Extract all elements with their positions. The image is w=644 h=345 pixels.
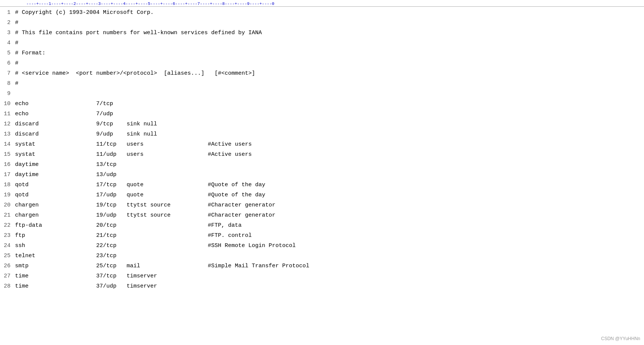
line-content: # — [15, 18, 644, 28]
line-number: 2 — [0, 18, 15, 28]
line-number: 17 — [0, 170, 15, 180]
line-content: # Format: — [15, 48, 644, 58]
line-content: ftp 21/tcp #FTP. control — [15, 231, 644, 241]
code-line: 1# Copyright (c) 1993-2004 Microsoft Cor… — [0, 8, 644, 18]
line-content: systat 11/tcp users #Active users — [15, 139, 644, 149]
line-content: qotd 17/tcp quote #Quote of the day — [15, 180, 644, 190]
line-number: 19 — [0, 190, 15, 200]
line-content: chargen 19/tcp ttytst source #Character … — [15, 200, 644, 210]
code-line: 12discard 9/tcp sink null — [0, 119, 644, 129]
line-number: 11 — [0, 109, 15, 119]
code-line: 7# <service name> <port number>/<protoco… — [0, 68, 644, 78]
line-content: # This file contains port numbers for we… — [15, 28, 644, 38]
line-content: time 37/udp timserver — [15, 281, 644, 291]
line-content: ftp-data 20/tcp #FTP, data — [15, 220, 644, 231]
line-content: # <service name> <port number>/<protocol… — [15, 68, 644, 78]
code-line: 28time 37/udp timserver — [0, 281, 644, 291]
watermark: CSDN @YYuHHNn — [601, 336, 640, 341]
line-content: ssh 22/tcp #SSH Remote Login Protocol — [15, 241, 644, 251]
line-content: discard 9/tcp sink null — [15, 119, 644, 129]
line-number: 21 — [0, 210, 15, 220]
line-number: 23 — [0, 231, 15, 241]
code-line: 11echo 7/udp — [0, 109, 644, 119]
line-content: # — [15, 58, 644, 68]
line-content: daytime 13/tcp — [15, 160, 644, 170]
main-container: ----+----1----+----2----+----3----+----4… — [0, 0, 644, 345]
code-line: 18qotd 17/tcp quote #Quote of the day — [0, 180, 644, 190]
line-number: 5 — [0, 48, 15, 58]
line-content: time 37/tcp timserver — [15, 271, 644, 281]
line-content: echo 7/tcp — [15, 99, 644, 109]
line-number: 16 — [0, 160, 15, 170]
code-line: 3# This file contains port numbers for w… — [0, 28, 644, 38]
code-line: 23ftp 21/tcp #FTP. control — [0, 231, 644, 241]
code-line: 6# — [0, 58, 644, 68]
code-line: 15systat 11/udp users #Active users — [0, 149, 644, 160]
code-line: 25telnet 23/tcp — [0, 251, 644, 261]
line-number: 26 — [0, 261, 15, 271]
line-content: smtp 25/tcp mail #Simple Mail Transfer P… — [15, 261, 644, 271]
code-line: 2# — [0, 18, 644, 28]
code-area: 1# Copyright (c) 1993-2004 Microsoft Cor… — [0, 7, 644, 291]
line-content: systat 11/udp users #Active users — [15, 149, 644, 160]
code-line: 24ssh 22/tcp #SSH Remote Login Protocol — [0, 241, 644, 251]
code-line: 19qotd 17/udp quote #Quote of the day — [0, 190, 644, 200]
line-number: 9 — [0, 89, 15, 99]
code-line: 26smtp 25/tcp mail #Simple Mail Transfer… — [0, 261, 644, 271]
line-content: # — [15, 78, 644, 89]
line-content: # — [15, 38, 644, 48]
code-line: 10echo 7/tcp — [0, 99, 644, 109]
line-content: echo 7/udp — [15, 109, 644, 119]
line-content: discard 9/udp sink null — [15, 129, 644, 139]
line-number: 22 — [0, 220, 15, 231]
line-number: 24 — [0, 241, 15, 251]
line-number: 28 — [0, 281, 15, 291]
line-number: 27 — [0, 271, 15, 281]
line-number: 14 — [0, 139, 15, 149]
line-number: 25 — [0, 251, 15, 261]
code-line: 5# Format: — [0, 48, 644, 58]
ruler-text: ----+----1----+----2----+----3----+----4… — [0, 2, 274, 6]
code-line: 27time 37/tcp timserver — [0, 271, 644, 281]
code-line: 17daytime 13/udp — [0, 170, 644, 180]
code-line: 21chargen 19/udp ttytst source #Characte… — [0, 210, 644, 220]
line-content: qotd 17/udp quote #Quote of the day — [15, 190, 644, 200]
line-content: daytime 13/udp — [15, 170, 644, 180]
code-line: 22ftp-data 20/tcp #FTP, data — [0, 220, 644, 231]
line-number: 18 — [0, 180, 15, 190]
line-number: 4 — [0, 38, 15, 48]
code-line: 4# — [0, 38, 644, 48]
line-number: 7 — [0, 68, 15, 78]
code-line: 20chargen 19/tcp ttytst source #Characte… — [0, 200, 644, 210]
code-line: 9 — [0, 89, 644, 99]
code-line: 16daytime 13/tcp — [0, 160, 644, 170]
line-content: # Copyright (c) 1993-2004 Microsoft Corp… — [15, 8, 644, 18]
line-number: 3 — [0, 28, 15, 38]
line-number: 15 — [0, 149, 15, 160]
code-line: 14systat 11/tcp users #Active users — [0, 139, 644, 149]
code-line: 8# — [0, 78, 644, 89]
line-number: 1 — [0, 8, 15, 18]
code-line: 13discard 9/udp sink null — [0, 129, 644, 139]
ruler: ----+----1----+----2----+----3----+----4… — [0, 0, 644, 7]
line-number: 20 — [0, 200, 15, 210]
line-number: 12 — [0, 119, 15, 129]
line-number: 8 — [0, 78, 15, 89]
line-content: telnet 23/tcp — [15, 251, 644, 261]
line-number: 10 — [0, 99, 15, 109]
line-number: 13 — [0, 129, 15, 139]
line-content: chargen 19/udp ttytst source #Character … — [15, 210, 644, 220]
line-number: 6 — [0, 58, 15, 68]
